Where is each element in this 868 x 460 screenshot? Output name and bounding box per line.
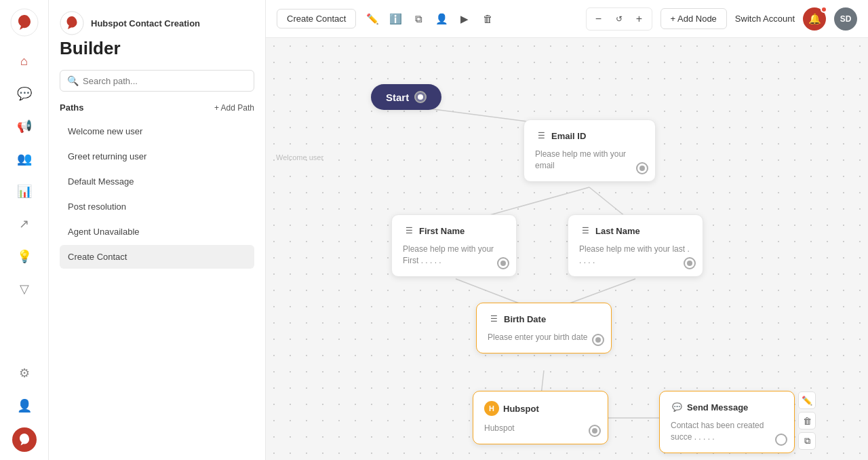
lastname-node-icon: ☰	[579, 225, 591, 237]
flow-canvas[interactable]: Start ☰ Email ID Please help me with you…	[266, 38, 868, 460]
panel-logo	[60, 11, 84, 35]
paths-list: Welcome new user Greet returning user De…	[60, 119, 254, 270]
start-node[interactable]: Start	[371, 84, 441, 110]
birthdate-node-body: Please enter your birth date	[488, 332, 600, 343]
hubspot-node-body: Hubspot	[484, 423, 597, 434]
email-node-header: ☰ Email ID	[535, 130, 644, 142]
notification-badge	[821, 6, 827, 13]
hubspot-node-title: Hubspot	[503, 404, 539, 414]
lastname-node-title: Last Name	[595, 226, 640, 236]
hubspot-icon: H	[484, 401, 499, 416]
paths-label: Paths	[60, 102, 83, 113]
node-edit-button[interactable]: ✏️	[798, 391, 816, 409]
sidebar-item-analytics[interactable]: 📊	[11, 178, 38, 205]
sidebar-item-share[interactable]: ↗	[11, 210, 38, 237]
path-item-create-contact[interactable]: Create Contact	[60, 245, 254, 269]
email-node-connector	[636, 162, 648, 174]
start-connector	[414, 91, 427, 103]
main-area: Create Contact ✏️ ℹ️ ⧉ 👤 ▶ 🗑 − ↺ + + Add…	[266, 0, 868, 460]
start-label: Start	[386, 92, 409, 103]
edit-icon-button[interactable]: ✏️	[361, 8, 383, 30]
toolbar-icons: ✏️ ℹ️ ⧉ 👤 ▶ 🗑	[361, 8, 498, 30]
firstname-node-header: ☰ First Name	[403, 225, 505, 237]
hubspot-node-connector	[589, 425, 601, 437]
lastname-node-header: ☰ Last Name	[579, 225, 692, 237]
firstname-node-icon: ☰	[403, 225, 415, 237]
zoom-in-button[interactable]: +	[630, 9, 649, 28]
search-input[interactable]	[83, 76, 247, 86]
sendmessage-node-connector	[775, 434, 787, 446]
add-path-button[interactable]: + Add Path	[214, 103, 254, 113]
firstname-node-title: First Name	[419, 226, 465, 236]
delete-icon-button[interactable]: 🗑	[477, 8, 498, 30]
sidebar-item-settings[interactable]: ⚙	[11, 360, 38, 387]
node-copy-button[interactable]: ⧉	[798, 432, 816, 450]
zoom-reset-button[interactable]: ↺	[610, 9, 629, 28]
path-item-welcome-new-user[interactable]: Welcome new user	[60, 119, 254, 143]
page-title: Builder	[60, 38, 254, 59]
brand-logo	[10, 8, 39, 37]
email-node-body: Please help me with your email	[535, 149, 644, 172]
notifications-button[interactable]: 🔔	[803, 7, 826, 31]
email-node[interactable]: ☰ Email ID Please help me with your emai…	[524, 119, 656, 182]
lastname-node-connector	[684, 257, 696, 269]
hubspot-node-header: H Hubspot	[484, 401, 597, 416]
email-node-title: Email ID	[551, 131, 586, 141]
hubspot-node[interactable]: H Hubspot Hubspot	[473, 391, 608, 444]
birthdate-node-connector	[592, 334, 604, 346]
birthdate-node-icon: ☰	[488, 313, 500, 325]
welcome-user-text: Welcome user	[276, 153, 323, 161]
user-icon-button[interactable]: 👤	[431, 8, 452, 30]
birthdate-node[interactable]: ☰ Birth Date Please enter your birth dat…	[476, 303, 612, 353]
sendmessage-node-title: Send Message	[687, 402, 748, 413]
flow-title: Create Contact	[277, 9, 356, 28]
paths-header: Paths + Add Path	[60, 102, 254, 113]
sidebar-item-chat[interactable]: 💬	[11, 80, 38, 107]
sidebar-item-users[interactable]: 👥	[11, 145, 38, 172]
lastname-node-body: Please help me with your last . . . . .	[579, 244, 692, 267]
avatar[interactable]: SD	[834, 7, 857, 31]
panel-header: Hubspot Contact Creation	[60, 11, 254, 35]
top-bar-left: Create Contact ✏️ ℹ️ ⧉ 👤 ▶ 🗑	[277, 8, 498, 30]
info-icon-button[interactable]: ℹ️	[384, 8, 406, 30]
firstname-node-body: Please help me with your First . . . . .	[403, 244, 505, 267]
path-item-post-resolution[interactable]: Post resolution	[60, 195, 254, 218]
add-node-button[interactable]: + Add Node	[660, 8, 727, 29]
lastname-node[interactable]: ☰ Last Name Please help me with your las…	[568, 214, 703, 277]
email-node-icon: ☰	[535, 130, 547, 142]
firstname-node[interactable]: ☰ First Name Please help me with your Fi…	[391, 214, 517, 277]
play-icon-button[interactable]: ▶	[454, 8, 475, 30]
search-box[interactable]: 🔍	[60, 70, 254, 92]
copy-icon-button[interactable]: ⧉	[408, 8, 429, 30]
node-delete-button[interactable]: 🗑	[798, 412, 816, 429]
sidebar-item-idea[interactable]: 💡	[11, 243, 38, 270]
search-icon: 🔍	[67, 75, 79, 86]
sendmessage-node-body: Contact has been created succe . . . . .	[671, 420, 783, 443]
birthdate-node-title: Birth Date	[504, 314, 546, 324]
path-item-greet-returning[interactable]: Greet returning user	[60, 145, 254, 168]
sidebar-item-funnel[interactable]: ▽	[11, 275, 38, 303]
switch-account-button[interactable]: Switch Account	[735, 14, 795, 24]
bell-icon: 🔔	[808, 13, 821, 25]
path-item-default-message[interactable]: Default Message	[60, 170, 254, 193]
firstname-node-connector	[497, 257, 509, 269]
top-bar: Create Contact ✏️ ℹ️ ⧉ 👤 ▶ 🗑 − ↺ + + Add…	[266, 0, 868, 38]
sidebar-item-team[interactable]: 👤	[11, 392, 38, 419]
brand-name-label: Hubspot Contact Creation	[91, 18, 200, 28]
zoom-out-button[interactable]: −	[589, 9, 608, 28]
birthdate-node-header: ☰ Birth Date	[488, 313, 600, 325]
sendmessage-node-icon: 💬	[671, 401, 683, 413]
sidebar-item-home[interactable]: ⌂	[11, 47, 38, 75]
sidebar-brand-avatar[interactable]	[12, 427, 37, 452]
sendmessage-node[interactable]: 💬 Send Message Contact has been created …	[659, 391, 795, 453]
zoom-controls: − ↺ +	[586, 7, 652, 31]
sendmessage-node-header: 💬 Send Message	[671, 401, 783, 413]
sidebar-item-campaign[interactable]: 📢	[11, 113, 38, 140]
sidebar-icons: ⌂ 💬 📢 👥 📊 ↗ 💡 ▽ ⚙ 👤	[0, 0, 49, 460]
top-bar-right: − ↺ + + Add Node Switch Account 🔔 SD	[586, 7, 857, 31]
left-panel: Hubspot Contact Creation Builder 🔍 Paths…	[49, 0, 266, 460]
node-action-buttons: ✏️ 🗑 ⧉	[798, 391, 816, 450]
path-item-agent-unavailable[interactable]: Agent Unavailable	[60, 220, 254, 244]
